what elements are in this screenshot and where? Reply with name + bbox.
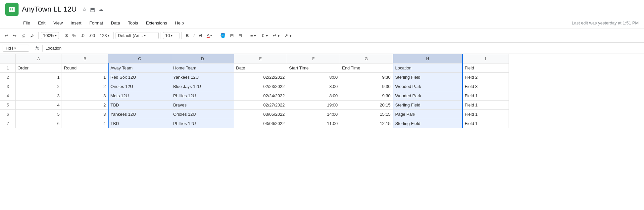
cell-g1[interactable]: End Time	[340, 63, 393, 73]
cell-e6[interactable]: 03/05/2022	[234, 110, 287, 119]
h-align-button[interactable]: ≡ ▾	[248, 32, 258, 39]
move-icon[interactable]: ⬒	[90, 6, 95, 13]
col-header-f[interactable]: F	[287, 54, 340, 63]
currency-button[interactable]: $	[63, 32, 70, 39]
borders-button[interactable]: ⊞	[228, 32, 236, 39]
cell-d6[interactable]: Orioles 12U	[171, 110, 234, 119]
cell-a5[interactable]: 4	[16, 101, 62, 110]
cell-h2[interactable]: Sterling Field	[393, 73, 463, 82]
cell-a6[interactable]: 5	[16, 110, 62, 119]
cell-e3[interactable]: 02/23/2022	[234, 82, 287, 91]
cloud-icon[interactable]: ☁	[98, 6, 104, 13]
menu-extensions[interactable]: Extensions	[143, 19, 171, 27]
paint-format-button[interactable]: 🖌	[28, 32, 36, 39]
menu-edit[interactable]: Edit	[35, 19, 49, 27]
cell-g4[interactable]: 9:30	[340, 91, 393, 101]
cell-c3[interactable]: Orioles 12U	[108, 82, 171, 91]
cell-a7[interactable]: 6	[16, 119, 62, 128]
cell-g7[interactable]: 12:15	[340, 119, 393, 128]
cell-f5[interactable]: 19:00	[287, 101, 340, 110]
cell-h1[interactable]: Location	[393, 63, 463, 73]
cell-h6[interactable]: Page Park	[393, 110, 463, 119]
print-button[interactable]: 🖨	[19, 32, 27, 39]
cell-d7[interactable]: Phillies 12U	[171, 119, 234, 128]
redo-button[interactable]: ↪	[11, 32, 19, 39]
cell-c6[interactable]: Yankees 12U	[108, 110, 171, 119]
cell-d5[interactable]: Braves	[171, 101, 234, 110]
cell-e1[interactable]: Date	[234, 63, 287, 73]
cell-c1[interactable]: Away Team	[108, 63, 171, 73]
cell-e7[interactable]: 03/06/2022	[234, 119, 287, 128]
cell-i4[interactable]: Field 1	[463, 91, 509, 101]
col-header-a[interactable]: A	[16, 54, 62, 63]
cell-a3[interactable]: 2	[16, 82, 62, 91]
cell-i2[interactable]: Field 2	[463, 73, 509, 82]
v-align-button[interactable]: ⇕ ▾	[259, 32, 270, 39]
format-number-button[interactable]: 123 ▾	[98, 32, 111, 39]
col-header-b[interactable]: B	[62, 54, 108, 63]
percent-button[interactable]: %	[70, 32, 78, 39]
formula-content[interactable]: Location	[45, 46, 62, 51]
undo-button[interactable]: ↩	[3, 32, 10, 39]
cell-a4[interactable]: 3	[16, 91, 62, 101]
cell-h4[interactable]: Wooded Park	[393, 91, 463, 101]
fill-color-button[interactable]: 🪣	[218, 32, 227, 39]
cell-b2[interactable]: 1	[62, 73, 108, 82]
cell-i1[interactable]: Field	[463, 63, 509, 73]
cell-e5[interactable]: 02/27/2022	[234, 101, 287, 110]
italic-button[interactable]: I	[191, 32, 197, 39]
cell-i7[interactable]: Field 1	[463, 119, 509, 128]
bold-button[interactable]: B	[184, 32, 191, 39]
text-color-button[interactable]: A ▾	[205, 32, 214, 39]
menu-view[interactable]: View	[50, 19, 66, 27]
cell-b5[interactable]: 2	[62, 101, 108, 110]
menu-insert[interactable]: Insert	[67, 19, 85, 27]
wrap-button[interactable]: ↵ ▾	[271, 32, 282, 39]
decimal-decrease-button[interactable]: .0	[79, 32, 86, 39]
cell-d4[interactable]: Phillies 12U	[171, 91, 234, 101]
menu-file[interactable]: File	[20, 19, 33, 27]
star-icon[interactable]: ☆	[82, 6, 87, 13]
cell-f4[interactable]: 8:00	[287, 91, 340, 101]
col-header-i[interactable]: I	[463, 54, 509, 63]
cell-d1[interactable]: Home Team	[171, 63, 234, 73]
menu-format[interactable]: Format	[86, 19, 106, 27]
font-size-selector[interactable]: 10 ▾	[163, 32, 179, 39]
rotate-button[interactable]: ↗ ▾	[282, 32, 294, 39]
cell-b1[interactable]: Round	[62, 63, 108, 73]
cell-b4[interactable]: 3	[62, 91, 108, 101]
col-header-e[interactable]: E	[234, 54, 287, 63]
menu-data[interactable]: Data	[108, 19, 123, 27]
cell-a2[interactable]: 1	[16, 73, 62, 82]
cell-c2[interactable]: Red Sox 12U	[108, 73, 171, 82]
cell-c5[interactable]: TBD	[108, 101, 171, 110]
cell-d3[interactable]: Blue Jays 12U	[171, 82, 234, 91]
cell-h7[interactable]: Sterling Field	[393, 119, 463, 128]
cell-g6[interactable]: 15:15	[340, 110, 393, 119]
cell-f3[interactable]: 8:00	[287, 82, 340, 91]
cell-g2[interactable]: 9:30	[340, 73, 393, 82]
cell-e4[interactable]: 02/24/2022	[234, 91, 287, 101]
cell-b3[interactable]: 2	[62, 82, 108, 91]
zoom-selector[interactable]: 100% ▾	[41, 32, 59, 39]
cell-g3[interactable]: 9:30	[340, 82, 393, 91]
cell-c4[interactable]: Mets 12U	[108, 91, 171, 101]
font-selector[interactable]: Default (Ari... ▾	[116, 32, 159, 39]
cell-b6[interactable]: 3	[62, 110, 108, 119]
col-header-h[interactable]: H	[393, 54, 463, 63]
menu-help[interactable]: Help	[172, 19, 187, 27]
decimal-increase-button[interactable]: .00	[87, 32, 97, 39]
cell-f2[interactable]: 8:00	[287, 73, 340, 82]
cell-h3[interactable]: Wooded Park	[393, 82, 463, 91]
cell-g5[interactable]: 20:15	[340, 101, 393, 110]
col-header-g[interactable]: G	[340, 54, 393, 63]
cell-a1[interactable]: Order	[16, 63, 62, 73]
cell-e2[interactable]: 02/22/2022	[234, 73, 287, 82]
cell-c7[interactable]: TBD	[108, 119, 171, 128]
cell-i5[interactable]: Field 1	[463, 101, 509, 110]
menu-tools[interactable]: Tools	[124, 19, 141, 27]
cell-b7[interactable]: 4	[62, 119, 108, 128]
cell-i6[interactable]: Field 1	[463, 110, 509, 119]
col-header-c[interactable]: C	[108, 54, 171, 63]
cell-f7[interactable]: 11:00	[287, 119, 340, 128]
